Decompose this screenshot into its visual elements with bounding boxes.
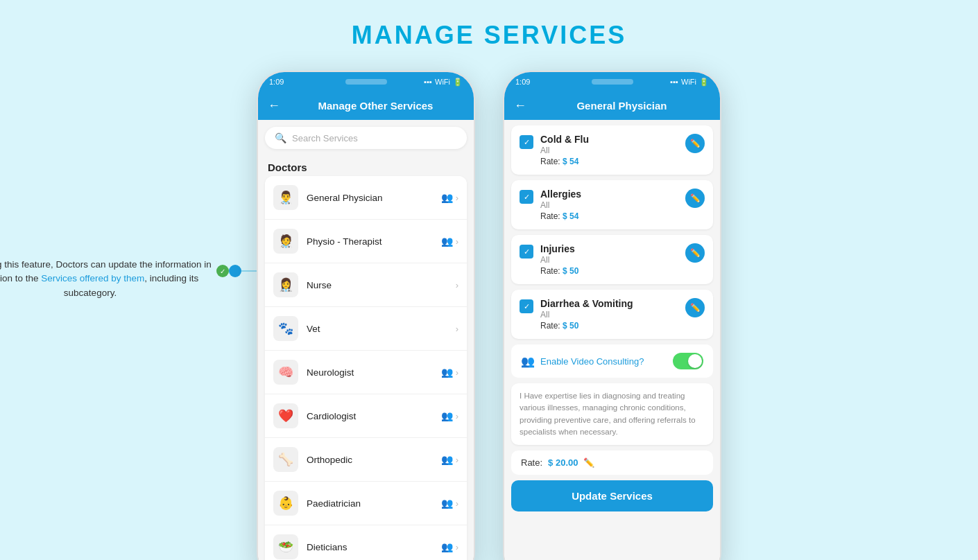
wifi-icon: WiFi: [435, 78, 450, 86]
people-icon: 👥: [441, 541, 453, 552]
phone2-time: 1:09: [515, 78, 530, 86]
service-sub: All: [540, 146, 678, 155]
phone1-content: 🔍 Search Services Doctors 👨‍⚕️ General P…: [258, 120, 474, 560]
service-checkbox[interactable]: ✓: [520, 299, 533, 313]
list-item[interactable]: 🐾 Vet ›: [265, 307, 467, 351]
service-checkbox[interactable]: ✓: [520, 135, 533, 149]
phones-area: Utilizing this feature, Doctors can upda…: [257, 71, 721, 560]
video-label: Enable Video Consulting?: [540, 356, 667, 367]
item-actions: 👥 ›: [441, 498, 458, 509]
phone2-header-title: General Physician: [533, 100, 710, 112]
service-rate: Rate: $ 54: [540, 211, 678, 221]
item-actions: ›: [456, 280, 458, 290]
video-icon: 👥: [521, 355, 535, 368]
signal-icon: ▪▪▪: [424, 78, 432, 86]
service-sub: All: [540, 200, 678, 210]
edit-button[interactable]: ✏️: [685, 298, 705, 317]
service-name: Allergies: [540, 189, 678, 200]
list-item[interactable]: 🧠 Neurologist 👥 ›: [265, 351, 467, 394]
item-label: Dieticians: [307, 542, 433, 552]
chevron-right-icon: ›: [456, 411, 458, 421]
list-item[interactable]: 🧑‍⚕️ Physio - Therapist 👥 ›: [265, 220, 467, 263]
rate-value: $ 20.00: [548, 457, 578, 468]
cardio-icon: ❤️: [273, 403, 298, 428]
service-info: Injuries All Rate: $ 50: [540, 243, 678, 276]
item-label: Vet: [307, 324, 447, 334]
list-item[interactable]: 👩‍⚕️ Nurse ›: [265, 263, 467, 307]
phone2-notch: [592, 79, 633, 85]
item-actions: 👥 ›: [441, 236, 458, 247]
video-consulting-row: 👥 Enable Video Consulting?: [511, 344, 713, 378]
service-name: Cold & Flu: [540, 134, 678, 145]
annotation-highlight: Services offered by them: [41, 273, 144, 283]
phone1-header-title: Manage Other Services: [287, 100, 464, 112]
battery-icon: 🔋: [453, 78, 463, 87]
update-services-button[interactable]: Update Services: [511, 480, 713, 511]
dot-circle: [229, 265, 241, 277]
search-bar[interactable]: 🔍 Search Services: [265, 127, 467, 149]
page-title: MANAGE SERVICES: [352, 21, 626, 50]
description-box: I Have expertise lies in diagnosing and …: [511, 383, 713, 445]
people-icon: 👥: [441, 192, 453, 203]
edit-button[interactable]: ✏️: [685, 189, 705, 208]
rate-row: Rate: $ 20.00 ✏️: [511, 450, 713, 475]
service-card-allergies: ✓ Allergies All Rate: $ 54 ✏️: [511, 180, 713, 229]
chevron-right-icon: ›: [456, 542, 458, 552]
description-text: I Have expertise lies in diagnosing and …: [520, 390, 705, 438]
chevron-right-icon: ›: [456, 455, 458, 465]
chevron-right-icon: ›: [456, 236, 458, 247]
list-item[interactable]: 👶 Paediatrician 👥 ›: [265, 482, 467, 525]
item-label: Cardiologist: [307, 411, 433, 421]
service-info: Allergies All Rate: $ 54: [540, 189, 678, 221]
item-actions: 👥 ›: [441, 367, 458, 378]
service-checkbox[interactable]: ✓: [520, 190, 533, 204]
item-label: Orthopedic: [307, 455, 433, 465]
item-actions: 👥 ›: [441, 541, 458, 552]
service-info: Diarrhea & Vomiting All Rate: $ 50: [540, 298, 678, 331]
item-actions: 👥 ›: [441, 192, 458, 203]
video-consulting-toggle[interactable]: [673, 353, 703, 369]
service-rate: Rate: $ 50: [540, 321, 678, 331]
wifi-icon: WiFi: [681, 78, 696, 86]
signal-icon: ▪▪▪: [670, 78, 678, 86]
service-info: Cold & Flu All Rate: $ 54: [540, 134, 678, 166]
phone-2: 1:09 ▪▪▪ WiFi 🔋 ← General Physician ✓ Co…: [503, 71, 721, 560]
service-checkbox[interactable]: ✓: [520, 245, 533, 259]
people-icon: 👥: [441, 367, 453, 378]
list-item[interactable]: 👨‍⚕️ General Physician 👥 ›: [265, 176, 467, 220]
rate-edit-icon[interactable]: ✏️: [583, 457, 594, 468]
phone1-back-button[interactable]: ←: [268, 98, 280, 113]
item-actions: ›: [456, 324, 458, 334]
rate-label: Rate:: [521, 457, 542, 468]
chevron-right-icon: ›: [456, 280, 458, 290]
phone-1: 1:09 ▪▪▪ WiFi 🔋 ← Manage Other Services …: [257, 71, 475, 560]
section-doctors-label: Doctors: [258, 156, 474, 176]
item-label: General Physician: [307, 193, 433, 203]
chevron-right-icon: ›: [456, 367, 458, 378]
phone1-status-bar: 1:09 ▪▪▪ WiFi 🔋: [258, 72, 474, 91]
list-item[interactable]: ❤️ Cardiologist 👥 ›: [265, 394, 467, 438]
service-name: Injuries: [540, 243, 678, 254]
people-icon: 👥: [441, 236, 453, 247]
chevron-right-icon: ›: [456, 324, 458, 334]
list-item[interactable]: 🦴 Orthopedic 👥 ›: [265, 438, 467, 482]
phone2-content: ✓ Cold & Flu All Rate: $ 54 ✏️ ✓ Allergi…: [504, 120, 720, 560]
edit-button[interactable]: ✏️: [685, 134, 705, 153]
search-input[interactable]: Search Services: [292, 133, 358, 143]
item-label: Nurse: [307, 280, 447, 290]
service-sub: All: [540, 255, 678, 265]
service-card-diarrhea: ✓ Diarrhea & Vomiting All Rate: $ 50 ✏️: [511, 290, 713, 339]
neuro-icon: 🧠: [273, 360, 298, 385]
check-icon: ✓: [216, 265, 229, 277]
people-icon: 👥: [441, 498, 453, 509]
phone2-back-button[interactable]: ←: [514, 98, 526, 113]
annotation-text: Utilizing this feature, Doctors can upda…: [0, 258, 215, 300]
item-actions: 👥 ›: [441, 454, 458, 465]
physio-icon: 🧑‍⚕️: [273, 229, 298, 254]
item-label: Paediatrician: [307, 498, 433, 509]
service-name: Diarrhea & Vomiting: [540, 298, 678, 309]
edit-button[interactable]: ✏️: [685, 243, 705, 263]
list-item[interactable]: 🥗 Dieticians 👥 ›: [265, 525, 467, 560]
people-icon: 👥: [441, 454, 453, 465]
doctor-icon: 👨‍⚕️: [273, 185, 298, 210]
